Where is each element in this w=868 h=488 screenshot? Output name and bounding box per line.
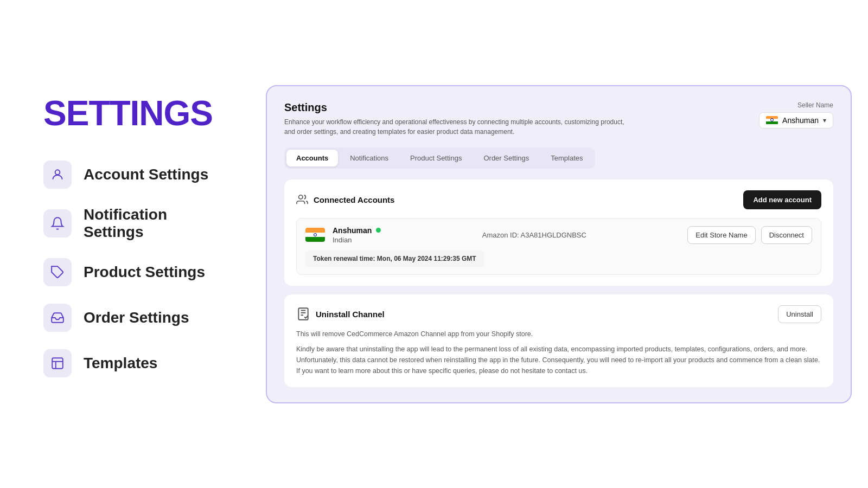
- add-new-account-button[interactable]: Add new account: [743, 190, 821, 209]
- sidebar-item-account-settings[interactable]: Account Settings: [43, 160, 228, 189]
- main-content: Settings Enhance your workflow efficienc…: [260, 0, 868, 488]
- inbox-icon: [50, 311, 65, 325]
- seller-dropdown[interactable]: Anshuman ▾: [759, 112, 833, 129]
- uninstall-channel-icon: [296, 307, 310, 321]
- token-renewal-info: Token renewal time: Mon, 06 May 2024 11:…: [305, 251, 484, 267]
- connected-accounts-header: Connected Accounts Add new account: [296, 190, 821, 209]
- sidebar-item-order-settings-label: Order Settings: [84, 309, 189, 326]
- sidebar-item-product-settings-label: Product Settings: [84, 264, 205, 281]
- svg-rect-6: [298, 308, 308, 320]
- svg-point-0: [55, 170, 60, 175]
- tabs-bar: Accounts Notifications Product Settings …: [284, 147, 595, 169]
- connected-accounts-icon: [296, 194, 308, 206]
- uninstall-channel-label: Uninstall Channel: [316, 310, 385, 319]
- disconnect-button[interactable]: Disconnect: [761, 226, 812, 244]
- svg-rect-2: [52, 358, 63, 369]
- templates-icon-bg: [43, 349, 72, 377]
- sidebar-item-order-settings[interactable]: Order Settings: [43, 304, 228, 332]
- uninstall-button[interactable]: Uninstall: [778, 305, 821, 323]
- uninstall-section: Uninstall Channel Uninstall This will re…: [284, 294, 833, 387]
- account-name-row: Anshuman: [333, 226, 381, 235]
- sidebar-item-templates[interactable]: Templates: [43, 349, 228, 377]
- sidebar-title: SETTINGS: [43, 93, 228, 133]
- account-region: Indian: [333, 236, 381, 244]
- tab-notifications[interactable]: Notifications: [340, 150, 398, 166]
- uninstall-description: This will remove CedCommerce Amazon Chan…: [296, 329, 821, 339]
- amazon-id: Amazon ID: A3A81HGLDGNBSC: [482, 231, 586, 239]
- account-row: Anshuman Indian Amazon ID: A3A81HGLDGNBS…: [305, 226, 812, 244]
- tag-icon: [50, 265, 65, 279]
- seller-label: Seller Name: [797, 101, 833, 109]
- product-settings-icon-bg: [43, 258, 72, 286]
- notification-settings-icon-bg: [43, 209, 72, 237]
- sidebar-item-account-settings-label: Account Settings: [84, 166, 208, 183]
- order-settings-icon-bg: [43, 304, 72, 332]
- status-online-dot: [376, 228, 381, 233]
- chevron-down-icon: ▾: [823, 117, 826, 124]
- tab-product-settings[interactable]: Product Settings: [400, 150, 471, 166]
- uninstall-header: Uninstall Channel Uninstall: [296, 305, 821, 323]
- connected-accounts-section: Connected Accounts Add new account: [284, 179, 833, 286]
- settings-header: Settings Enhance your workflow efficienc…: [284, 101, 833, 137]
- seller-info: Seller Name Anshuman ▾: [759, 101, 833, 129]
- edit-store-name-button[interactable]: Edit Store Name: [687, 226, 755, 244]
- uninstall-warning: Kindly be aware that uninstalling the ap…: [296, 344, 821, 376]
- seller-name: Anshuman: [782, 116, 819, 125]
- settings-title: Settings: [284, 101, 631, 114]
- settings-card: Settings Enhance your workflow efficienc…: [266, 85, 852, 403]
- account-item: Anshuman Indian Amazon ID: A3A81HGLDGNBS…: [296, 218, 821, 275]
- connected-accounts-title: Connected Accounts: [296, 194, 394, 206]
- settings-title-area: Settings Enhance your workflow efficienc…: [284, 101, 631, 137]
- sidebar: SETTINGS Account Settings Notification S…: [0, 61, 260, 427]
- account-info: Anshuman Indian: [305, 226, 381, 244]
- tab-order-settings[interactable]: Order Settings: [474, 150, 539, 166]
- account-settings-icon-bg: [43, 160, 72, 189]
- account-flag: [305, 228, 325, 242]
- connected-accounts-label: Connected Accounts: [314, 195, 394, 204]
- tab-accounts[interactable]: Accounts: [286, 150, 338, 166]
- uninstall-title: Uninstall Channel: [296, 307, 385, 321]
- sidebar-item-templates-label: Templates: [84, 355, 157, 372]
- sidebar-item-notification-settings-label: Notification Settings: [84, 206, 228, 241]
- account-actions: Edit Store Name Disconnect: [687, 226, 812, 244]
- sidebar-item-notification-settings[interactable]: Notification Settings: [43, 206, 228, 241]
- svg-point-5: [299, 195, 303, 199]
- account-name: Anshuman: [333, 226, 372, 235]
- india-flag: [766, 116, 778, 125]
- user-icon: [50, 168, 65, 182]
- tab-templates[interactable]: Templates: [541, 150, 592, 166]
- settings-subtitle: Enhance your workflow efficiency and ope…: [284, 117, 631, 137]
- sidebar-item-product-settings[interactable]: Product Settings: [43, 258, 228, 286]
- bell-icon: [50, 216, 65, 230]
- account-name-block: Anshuman Indian: [333, 226, 381, 244]
- template-icon: [50, 356, 65, 370]
